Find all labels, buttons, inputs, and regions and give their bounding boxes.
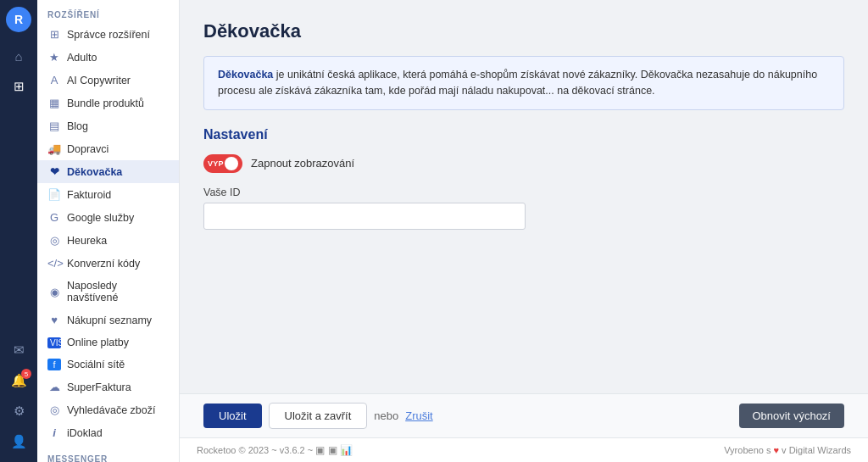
info-box-text: je unikátní česká aplikace, která pomáhá… (218, 69, 817, 97)
nebo-text: nebo (374, 409, 398, 422)
sidebar-item-bundle-label: Bundle produktů (67, 97, 144, 109)
bottom-bar: Rocketoo © 2023 ~ v3.6.2 ~ ▣ ▣ 📊 Vyroben… (180, 437, 868, 462)
sidebar-item-adulto[interactable]: ★ Adulto (37, 46, 179, 69)
social-icon: f (47, 359, 61, 370)
sidebar-item-konverzni[interactable]: </> Konverzní kódy (37, 252, 179, 275)
naposledy-icon: ◉ (47, 286, 61, 298)
bundle-icon: ▦ (47, 97, 61, 109)
sidebar-item-social-label: Sociální sítě (67, 359, 125, 370)
sidebar-item-naposledy-label: Naposledy navštívené (67, 280, 169, 303)
sidebar-item-platby-label: Online platby (67, 337, 129, 348)
sidebar-item-adulto-label: Adulto (67, 52, 97, 64)
nakupni-icon: ♥ (47, 314, 61, 326)
manager-icon: ⊞ (47, 28, 61, 41)
sidebar-item-ai-label: AI Copywriter (67, 75, 131, 86)
settings-title: Nastavení (203, 127, 844, 142)
toggle-switch[interactable]: VYP (203, 154, 242, 173)
sidebar-item-google-label: Google služby (67, 212, 134, 224)
konverzni-icon: </> (47, 257, 61, 270)
sidebar-section-title-messenger: MESSENGER (37, 444, 179, 462)
sidebar-item-fakturoid-label: Fakturoid (67, 189, 111, 201)
sidebar-item-superfaktura[interactable]: ☁ SuperFaktura (37, 376, 179, 398)
info-box-bold: Děkovačka (218, 69, 273, 81)
copyright-text: Rocketoo © 2023 (197, 445, 269, 455)
app-logo[interactable]: R (6, 7, 31, 32)
sidebar-item-heureka-label: Heureka (67, 235, 107, 247)
sidebar-item-platby[interactable]: VISA Online platby (37, 331, 179, 353)
idoklad-icon: i (47, 426, 61, 439)
sidebar-item-manager[interactable]: ⊞ Správce rozšíření (37, 23, 179, 46)
cancel-button[interactable]: Zrušit (405, 409, 433, 422)
superfaktura-icon: ☁ (47, 381, 61, 393)
sidebar-section-rozsireni: ROZŠÍŘENÍ ⊞ Správce rozšíření ★ Adulto A… (37, 0, 179, 444)
heart-icon: ♥ (774, 445, 780, 455)
field-group: Vaše ID (203, 186, 844, 230)
notifications-nav-icon[interactable]: 🔔 5 (4, 367, 33, 394)
platby-icon: VISA (47, 337, 61, 348)
toggle-vyp-label: VYP (208, 159, 224, 168)
toggle-text: Zapnout zobrazování (251, 157, 354, 170)
sidebar-item-superfaktura-label: SuperFaktura (67, 381, 131, 393)
sidebar-item-dopravci[interactable]: 🚚 Dopravci (37, 137, 179, 160)
sidebar-item-blog-label: Blog (67, 120, 88, 132)
main-content: Děkovačka Děkovačka je unikátní česká ap… (180, 0, 868, 393)
heureka-icon: ◎ (47, 234, 61, 247)
sidebar-item-heureka[interactable]: ◎ Heureka (37, 229, 179, 252)
sidebar-item-idoklad[interactable]: i iDoklad (37, 421, 179, 444)
sidebar-item-nakupni-label: Nákupní seznamy (67, 314, 152, 326)
save-close-button[interactable]: Uložit a zavřít (269, 403, 368, 429)
main-area: Děkovačka Děkovačka je unikátní česká ap… (180, 0, 868, 462)
extensions-nav-icon[interactable]: ⊞ (4, 73, 33, 100)
vyhledavace-icon: ◎ (47, 404, 61, 416)
restore-button[interactable]: Obnovit výchozí (739, 404, 845, 428)
sidebar-item-vyhledavace-label: Vyhledávače zboží (67, 404, 155, 416)
sidebar-item-fakturoid[interactable]: 📄 Fakturoid (37, 183, 179, 206)
vase-id-input[interactable] (203, 203, 526, 230)
icon-bar: R ⌂ ⊞ ✉ 🔔 5 ⚙ 👤 (0, 0, 37, 462)
adulto-icon: ★ (47, 51, 61, 64)
dekovacka-icon: ❤ (47, 165, 61, 178)
footer-bar: Uložit Uložit a zavřít nebo Zrušit Obnov… (180, 393, 868, 437)
field-label: Vaše ID (203, 186, 844, 198)
bottom-icons: ▣ ▣ 📊 (315, 444, 353, 456)
dopravci-icon: 🚚 (47, 142, 61, 155)
page-title: Děkovačka (203, 20, 844, 42)
save-button[interactable]: Uložit (203, 404, 262, 428)
toggle-slider: VYP (203, 154, 242, 173)
sidebar-item-dekovacka-label: Děkovačka (67, 166, 122, 178)
mail-nav-icon[interactable]: ✉ (4, 337, 33, 364)
sidebar-item-google[interactable]: G Google služby (37, 206, 179, 229)
notifications-badge: 5 (21, 369, 31, 379)
fakturoid-icon: 📄 (47, 188, 61, 201)
sidebar-item-idoklad-label: iDoklad (67, 427, 103, 439)
sidebar-item-social[interactable]: f Sociální sítě (37, 353, 179, 376)
user-nav-icon[interactable]: 👤 (4, 428, 33, 455)
home-nav-icon[interactable]: ⌂ (4, 42, 33, 70)
sidebar-item-manager-label: Správce rozšíření (67, 29, 150, 41)
sidebar-section-title-rozsireni: ROZŠÍŘENÍ (37, 0, 179, 23)
sidebar-item-konverzni-label: Konverzní kódy (67, 258, 140, 270)
made-with-text: Vyrobeno s ♥ v Digital Wizards (724, 445, 851, 455)
google-icon: G (47, 211, 61, 224)
sidebar-item-vyhledavace[interactable]: ◎ Vyhledávače zboží (37, 398, 179, 421)
sidebar-item-naposledy[interactable]: ◉ Naposledy navštívené (37, 275, 179, 309)
ai-icon: A (47, 74, 61, 86)
sidebar: ROZŠÍŘENÍ ⊞ Správce rozšíření ★ Adulto A… (37, 0, 180, 462)
sidebar-item-blog[interactable]: ▤ Blog (37, 114, 179, 137)
sidebar-item-dopravci-label: Dopravci (67, 143, 108, 155)
sidebar-item-bundle[interactable]: ▦ Bundle produktů (37, 92, 179, 114)
sidebar-section-messenger: MESSENGER ◎ Nastavení (37, 444, 179, 462)
info-box: Děkovačka je unikátní česká aplikace, kt… (203, 56, 844, 110)
toggle-row: VYP Zapnout zobrazování (203, 154, 844, 173)
settings-nav-icon[interactable]: ⚙ (4, 398, 33, 425)
sidebar-item-ai-copywriter[interactable]: A AI Copywriter (37, 69, 179, 92)
blog-icon: ▤ (47, 120, 61, 132)
version-text: ~ v3.6.2 ~ (271, 445, 313, 455)
sidebar-item-nakupni[interactable]: ♥ Nákupní seznamy (37, 309, 179, 331)
sidebar-item-dekovacka[interactable]: ❤ Děkovačka (37, 160, 179, 183)
